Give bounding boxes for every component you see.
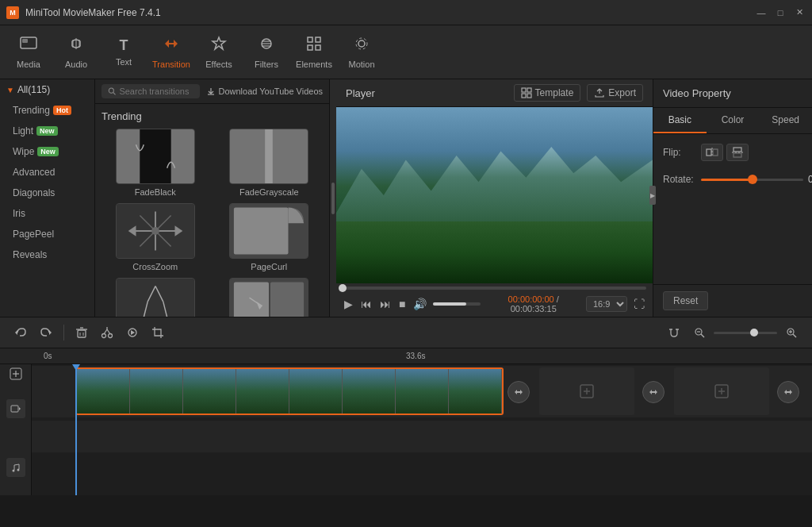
svg-rect-1 — [22, 39, 28, 43]
app-logo: M — [6, 6, 19, 19]
filters-label: Filters — [255, 60, 278, 69]
video-track-icon[interactable] — [6, 399, 25, 418]
tab-color[interactable]: Color — [707, 108, 760, 133]
fold-thumb — [229, 278, 308, 317]
prev-frame-button[interactable]: ⏮ — [359, 296, 373, 312]
crop-icon — [151, 326, 164, 339]
zoom-in-button[interactable] — [780, 321, 802, 344]
play-button[interactable]: ▶ — [343, 296, 354, 312]
sidebar-item-pagepeel[interactable]: PagePeel — [0, 224, 94, 244]
svg-rect-23 — [273, 129, 308, 184]
timeline-ruler: 0s 33.6s — [0, 348, 812, 364]
search-box[interactable] — [102, 84, 200, 98]
delete-button[interactable] — [71, 321, 93, 344]
transition-btn-3[interactable] — [777, 381, 799, 403]
clip-thumb-6 — [343, 369, 396, 414]
crop-button[interactable] — [147, 321, 169, 344]
transition-pagecurl[interactable]: PageCurl — [216, 203, 324, 271]
expand-arrow: ▼ — [6, 86, 14, 94]
bottom-toolbar — [0, 317, 812, 348]
sidebar-all[interactable]: ▼ All(115) — [0, 79, 94, 100]
svg-line-78 — [793, 334, 796, 337]
property-header: Video Property — [653, 79, 812, 108]
toolbar-audio[interactable]: Audio — [54, 30, 98, 75]
cut-button[interactable] — [96, 321, 118, 344]
tab-speed[interactable]: Speed — [759, 108, 812, 133]
transition-icon — [163, 35, 180, 56]
undo-button[interactable] — [10, 321, 32, 344]
clip-thumb-5 — [289, 369, 343, 414]
sidebar-item-iris[interactable]: Iris — [0, 203, 94, 224]
sidebar-item-wipe[interactable]: Wipe New — [0, 141, 94, 162]
progress-bar[interactable] — [343, 287, 646, 290]
svg-point-84 — [12, 470, 14, 472]
magnet-button[interactable] — [663, 321, 685, 344]
fullscreen-button[interactable]: ⛶ — [632, 296, 646, 312]
expand-panel-btn[interactable]: ▶ — [649, 186, 656, 205]
toolbar-separator-1 — [63, 325, 64, 340]
section-title: Trending — [102, 110, 323, 122]
video-clip[interactable] — [75, 367, 504, 415]
toolbar-elements[interactable]: Elements — [292, 30, 336, 75]
transition-fold[interactable]: Fold — [216, 278, 324, 317]
music-icon — [10, 462, 21, 473]
next-frame-button[interactable]: ⏭ — [378, 296, 393, 312]
property-tabs: Basic Color Speed — [653, 108, 812, 134]
volume-slider[interactable] — [433, 302, 481, 306]
sidebar-item-trending[interactable]: Trending Hot — [0, 100, 94, 121]
transition-fadeblack[interactable]: FadeBlack — [102, 129, 209, 197]
aspect-ratio-select[interactable]: 16:9 9:16 1:1 4:3 — [586, 296, 627, 312]
flip-label: Flip: — [663, 147, 695, 158]
redo-button[interactable] — [35, 321, 57, 344]
flip-horizontal-button[interactable] — [701, 144, 723, 161]
volume-button[interactable]: 🔊 — [412, 296, 428, 312]
sidebar-item-light[interactable]: Light New — [0, 121, 94, 141]
text-label: Text — [116, 57, 132, 67]
tab-basic[interactable]: Basic — [653, 108, 707, 133]
sidebar-item-reveals[interactable]: Reveals — [0, 244, 94, 265]
audio-detach-button[interactable] — [121, 321, 144, 344]
add-transition-icon-2 — [642, 381, 665, 403]
zoom-slider[interactable] — [714, 332, 777, 334]
rotate-slider[interactable] — [701, 179, 803, 181]
toolbar-transition[interactable]: Transition — [149, 30, 193, 75]
minimize-button[interactable]: — — [755, 6, 768, 19]
maximize-button[interactable]: □ — [774, 6, 787, 19]
svg-rect-49 — [522, 94, 526, 98]
undo-icon — [14, 326, 27, 339]
flip-row: Flip: — [663, 144, 802, 161]
template-button[interactable]: Template — [514, 84, 581, 102]
download-youtube-btn[interactable]: Download YouTube Videos — [206, 87, 324, 96]
svg-point-30 — [151, 227, 159, 235]
motion-label: Motion — [348, 60, 374, 69]
audio-track-icon[interactable] — [6, 458, 25, 477]
toolbar-effects[interactable]: Effects — [197, 30, 241, 75]
stop-button[interactable]: ■ — [397, 296, 407, 312]
toolbar-motion[interactable]: Motion — [339, 30, 384, 75]
transition-btn-1[interactable] — [508, 381, 530, 403]
audio-label: Audio — [65, 60, 87, 69]
sidebar-item-diagonals[interactable]: Diagonals — [0, 183, 94, 203]
export-button[interactable]: Export — [587, 84, 643, 102]
template-icon — [521, 87, 532, 98]
toolbar-filters[interactable]: Filters — [244, 30, 289, 75]
add-track-button[interactable] — [6, 367, 25, 380]
toolbar-media[interactable]: Media — [6, 30, 51, 75]
transition-crosszoom[interactable]: CrossZoom — [102, 203, 209, 271]
close-button[interactable]: ✕ — [793, 6, 806, 19]
svg-rect-48 — [527, 88, 531, 92]
property-footer: Reset — [653, 284, 812, 317]
search-input[interactable] — [119, 87, 193, 96]
flip-vertical-button[interactable] — [726, 144, 749, 161]
progress-handle[interactable] — [339, 284, 347, 292]
zoom-out-button[interactable] — [688, 321, 710, 344]
transition-btn-2[interactable] — [642, 381, 665, 403]
template-label: Template — [535, 87, 574, 98]
app-title: MiniTool MovieMaker Free 7.4.1 — [25, 7, 755, 18]
transition-fadegrayscale[interactable]: FadeGrayscale — [216, 129, 324, 197]
sidebar-all-label: All(115) — [17, 84, 50, 95]
sidebar-item-advanced[interactable]: Advanced — [0, 162, 94, 183]
toolbar-text[interactable]: T Text — [102, 30, 146, 75]
transition-burn[interactable]: Burn — [102, 278, 209, 317]
reset-button[interactable]: Reset — [663, 291, 708, 310]
